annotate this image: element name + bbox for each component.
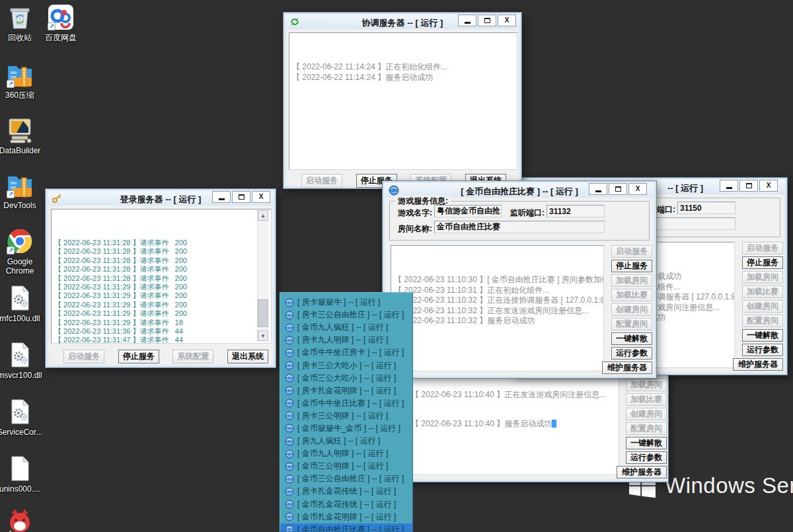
port-field[interactable]: 31132 — [547, 205, 605, 217]
sphere-icon — [285, 361, 294, 370]
minimize-icon — [595, 190, 601, 192]
close-button[interactable]: X — [252, 191, 270, 203]
desktop-icon-mascot[interactable] — [0, 508, 48, 532]
side-button[interactable]: 配置房间 — [611, 318, 652, 330]
side-button[interactable]: 配置房间 — [742, 315, 783, 327]
action-button[interactable]: 退出系统 — [227, 350, 268, 363]
window-list-item[interactable]: [ 房九人疯狂 ] -- [ 运行 ] — [280, 435, 412, 447]
side-button[interactable]: 运行参数 — [611, 347, 652, 360]
desktop-icon-unins000[interactable]: unins000.... — [0, 455, 48, 494]
side-buttons: 启动服务停止服务加载房间加载比赛创建房间配置房间一键解散运行参数维护服务器 — [739, 242, 783, 371]
maximize-button[interactable] — [609, 183, 627, 195]
desktop-icon-devtools[interactable]: 360ZIP ↗ DevTools — [0, 171, 48, 210]
desktop-icon-label: mfc100u.dll — [0, 314, 48, 323]
desktop-icon-label: DevTools — [0, 201, 48, 210]
minimize-button[interactable] — [720, 180, 738, 192]
window-list-item[interactable]: [ 房卡扎金花明牌 ] -- [ 运行 ] — [280, 385, 412, 397]
side-button[interactable]: 维护服务器 — [733, 358, 783, 371]
side-button[interactable]: 加载房间 — [742, 271, 783, 284]
close-button[interactable]: X — [498, 15, 516, 26]
window-list-item[interactable]: [ 房卡三公明牌 ] -- [ 运行 ] — [280, 410, 412, 422]
side-button[interactable]: 配置房间 — [626, 422, 667, 435]
window-list-item[interactable]: [ 房卡九人明牌 ] -- [ 运行 ] — [280, 334, 412, 346]
scrollbar[interactable]: ▲ ▼ — [257, 210, 268, 341]
side-button[interactable]: 创建房间 — [626, 408, 667, 420]
sphere-icon — [285, 298, 294, 307]
sphere-icon — [285, 475, 294, 484]
side-button[interactable]: 启动服务 — [742, 242, 783, 254]
side-button[interactable]: 启动服务 — [611, 245, 652, 258]
desktop-icon-360zip[interactable]: 360ZIP ↗ 360压缩 — [0, 61, 48, 100]
side-button[interactable]: 运行参数 — [742, 344, 783, 356]
close-icon: X — [505, 17, 510, 24]
window-list-item[interactable]: [ 金币扎金花传统 ] -- [ 运行 ] — [280, 498, 412, 511]
shortcut-arrow-icon: ↗ — [48, 22, 56, 30]
desktop-icon-baidu-netdisk[interactable]: ↗ 百度网盘 — [33, 3, 89, 42]
side-button[interactable]: 加载房间 — [611, 274, 652, 287]
side-button[interactable]: 一键解散 — [742, 329, 783, 342]
window-list-item[interactable]: [ 房卡三公自由抢庄 ] -- [ 运行 ] — [280, 309, 412, 321]
side-button[interactable]: 停止服务 — [611, 260, 652, 272]
side-button[interactable]: 一键解散 — [611, 332, 652, 345]
side-button[interactable]: 创建房间 — [611, 303, 652, 316]
sphere-icon — [285, 411, 294, 420]
log-line: 【 2022-06-23 11:10:30 】[ 金币自由抢庄比赛 ] 房间参数… — [394, 275, 601, 285]
baidu-netdisk-icon: ↗ — [47, 3, 75, 31]
minimize-button[interactable] — [212, 191, 231, 203]
log-box[interactable]: 【 2022-06-23 11:10:30 】[ 金币自由抢庄比赛 ] 房间参数… — [391, 245, 604, 371]
window-list-item[interactable]: [ 金币簸簸牛_金币 ] -- [ 运行 ] — [280, 422, 412, 435]
desktop-icon-servicecor[interactable]: ServiceCor... — [0, 398, 48, 437]
close-button[interactable]: X — [628, 183, 647, 195]
side-button[interactable]: 创建房间 — [742, 300, 783, 313]
window-list-item[interactable]: [ 金币牛牛坐庄房卡 ] -- [ 运行 ] — [280, 346, 412, 359]
action-button[interactable]: 启动服务 — [301, 174, 342, 188]
minimize-button[interactable] — [458, 15, 476, 26]
desktop-icon-databuilder[interactable]: DataBuilder — [0, 116, 48, 155]
scroll-down-icon[interactable]: ▼ — [258, 330, 268, 341]
room-name-field[interactable]: 金币自由抢庄比赛 — [434, 221, 605, 233]
maximize-button[interactable] — [232, 191, 250, 203]
close-icon: X — [767, 182, 771, 189]
window-list-item-label: [ 房卡扎金花明牌 ] -- [ 运行 ] — [297, 385, 396, 397]
window-list-item[interactable]: [ 金币三公明牌 ] -- [ 运行 ] — [280, 460, 412, 473]
maximize-button[interactable] — [739, 180, 758, 192]
side-button[interactable]: 加载比赛 — [742, 285, 783, 298]
maximize-button[interactable] — [478, 15, 496, 26]
window-list-item[interactable]: [ 金币三公自由抢庄 ] -- [ 运行 ] — [280, 473, 412, 485]
port-field[interactable]: 31150 — [677, 202, 736, 214]
action-button[interactable]: 系统配置 — [172, 350, 213, 363]
log-box[interactable]: 【 2022-06-22 11:14:24 】正在初始化组件...【 2022-… — [289, 32, 517, 170]
window-list-item[interactable]: [ 金币自由抢庄比赛 ] -- [ 运行 ] — [280, 523, 412, 532]
side-button[interactable]: 维护服务器 — [617, 466, 667, 478]
window-list-item[interactable]: [ 房卡三公大吃小 ] -- [ 运行 ] — [280, 359, 412, 371]
action-button[interactable]: 启动服务 — [63, 350, 104, 363]
window-list-item[interactable]: [ 金币九人疯狂 ] -- [ 运行 ] — [280, 321, 412, 334]
side-button[interactable]: 加载比赛 — [626, 393, 667, 406]
close-button[interactable]: X — [759, 180, 778, 192]
maximize-icon — [746, 183, 752, 188]
window-list-item[interactable]: [ 房卡扎金花传统 ] -- [ 运行 ] — [280, 485, 412, 498]
window-list-item[interactable]: [ 房卡簸簸牛 ] -- [ 运行 ] — [280, 296, 412, 309]
action-button[interactable]: 停止服务 — [118, 350, 159, 363]
svg-text:360: 360 — [10, 71, 17, 75]
desktop-icon-google-chrome[interactable]: ↗ Google Chrome — [0, 227, 48, 276]
minimize-button[interactable] — [589, 183, 607, 195]
game-name-field[interactable]: 粤信游金币自由抢庄 — [434, 205, 502, 217]
window-list-item[interactable]: [ 金币牛牛坐庄比赛 ] -- [ 运行 ] — [280, 397, 412, 410]
log-line: 【 2022-06-23 11:31:29 】请求事件 200 — [54, 301, 258, 309]
side-button[interactable]: 维护服务器 — [602, 361, 652, 374]
side-button[interactable]: 运行参数 — [626, 451, 667, 464]
game-room-window: [ 金币自由抢庄比赛 ] -- [ 运行 ] X 游戏服务信息: 游戏名字: 粤… — [382, 180, 657, 379]
window-list-item[interactable]: [ 金币三公大吃小 ] -- [ 运行 ] — [280, 372, 412, 385]
desktop-icon-mfc100u-dll[interactable]: mfc100u.dll — [0, 284, 48, 323]
desktop-icon-msvcr100-dll[interactable]: msvcr100.dll — [0, 341, 48, 380]
side-button[interactable]: 加载比赛 — [611, 289, 652, 301]
side-button[interactable]: 一键解散 — [626, 437, 667, 449]
log-box[interactable]: 【 2022-06-23 11:31:28 】请求事件 200【 2022-06… — [51, 209, 272, 344]
window-list-item[interactable]: [ 金币九人明牌 ] -- [ 运行 ] — [280, 447, 412, 460]
window-list-item[interactable]: [ 金币扎金花明牌 ] -- [ 运行 ] — [280, 511, 412, 523]
side-button[interactable]: 加载房间 — [626, 379, 667, 391]
side-button[interactable]: 停止服务 — [742, 256, 783, 269]
scrollbar-thumb[interactable] — [258, 299, 268, 327]
scroll-up-icon[interactable]: ▲ — [258, 210, 268, 221]
